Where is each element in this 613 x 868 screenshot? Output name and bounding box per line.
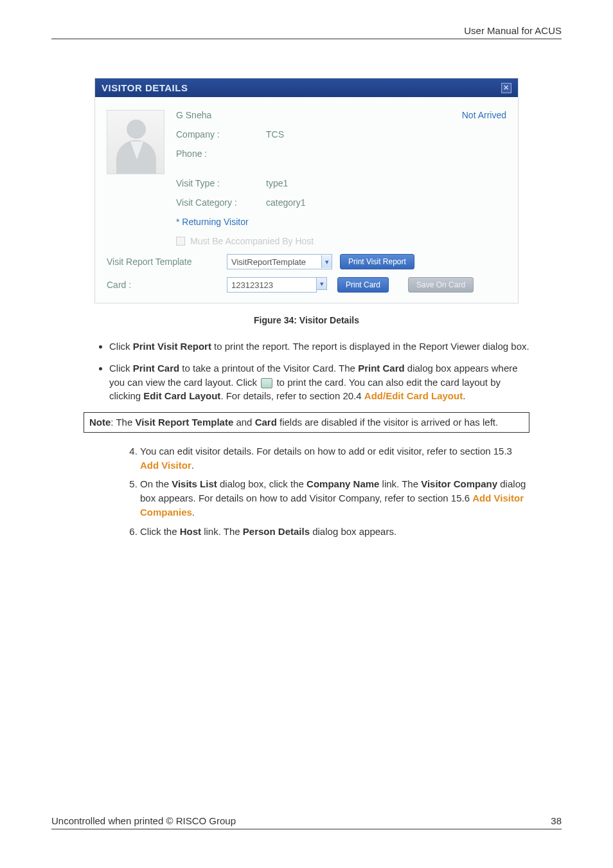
phone-label: Phone : — [176, 149, 266, 159]
printer-icon — [261, 378, 272, 388]
link-add-edit-card-layout[interactable]: Add/Edit Card Layout — [364, 390, 463, 401]
avatar — [107, 110, 164, 174]
card-label: Card : — [107, 280, 219, 290]
vrt-select[interactable]: VisitReportTemplate ▾ — [227, 254, 332, 269]
bullet-item: Click Print Card to take a printout of t… — [109, 361, 529, 403]
figure-caption: Figure 34: Visitor Details — [51, 315, 562, 325]
accompanied-checkbox[interactable] — [176, 237, 185, 246]
accompanied-label: Must Be Accompanied By Host — [190, 236, 314, 246]
visit-type-label: Visit Type : — [176, 178, 266, 188]
visitor-details-dialog: VISITOR DETAILS ✕ G Sneha Not Arrived Co… — [94, 78, 519, 303]
returning-visitor-label: * Returning Visitor — [176, 217, 506, 227]
save-on-card-button[interactable]: Save On Card — [408, 277, 474, 293]
print-card-button[interactable]: Print Card — [337, 277, 389, 293]
footer-left: Uncontrolled when printed © RISCO Group — [51, 815, 236, 826]
header-title: User Manual for ACUS — [464, 25, 562, 36]
visit-category-value: category1 — [266, 197, 305, 208]
visit-type-value: type1 — [266, 178, 288, 188]
dialog-title: VISITOR DETAILS — [102, 82, 188, 93]
page-number: 38 — [551, 815, 562, 826]
vrt-select-value: VisitReportTemplate — [231, 257, 306, 267]
chevron-down-icon[interactable]: ▾ — [317, 277, 327, 290]
visitor-name: G Sneha — [176, 110, 462, 120]
company-value: TCS — [266, 129, 284, 140]
dialog-titlebar: VISITOR DETAILS ✕ — [95, 78, 518, 97]
bullet-item: Click Print Visit Report to print the re… — [109, 339, 529, 354]
step-item: Click the Host link. The Person Details … — [140, 525, 529, 539]
step-item: You can edit visitor details. For detail… — [140, 444, 529, 473]
print-visit-report-button[interactable]: Print Visit Report — [340, 254, 414, 269]
company-label: Company : — [176, 129, 266, 140]
link-add-visitor[interactable]: Add Visitor — [140, 460, 191, 471]
vrt-label: Visit Report Template — [107, 257, 219, 267]
step-item: On the Visits List dialog box, click the… — [140, 477, 529, 519]
card-input[interactable]: 123123123 — [227, 277, 317, 293]
visit-category-label: Visit Category : — [176, 197, 266, 208]
status-badge: Not Arrived — [462, 110, 506, 120]
note-box: Note: The Visit Report Template and Card… — [84, 412, 529, 433]
close-icon[interactable]: ✕ — [501, 83, 511, 93]
chevron-down-icon: ▾ — [321, 255, 332, 268]
